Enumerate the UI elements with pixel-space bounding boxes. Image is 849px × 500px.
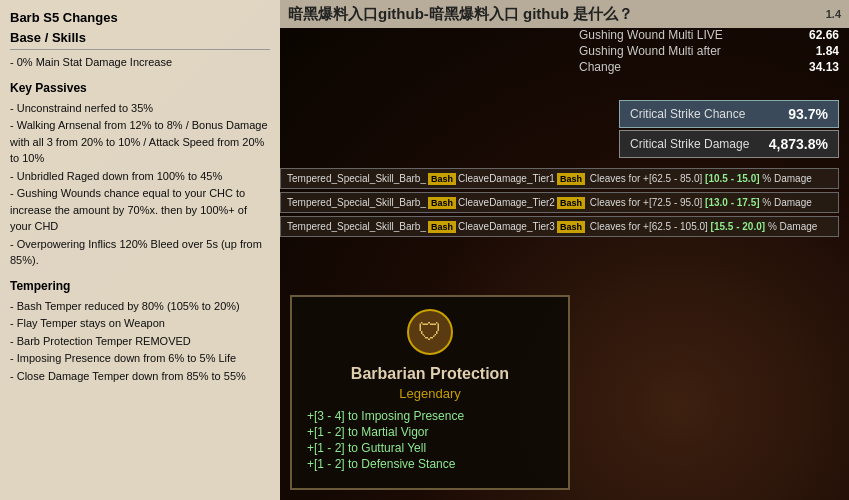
stat-label-0: Gushing Wound Multi LIVE xyxy=(579,28,723,42)
item-icon: 🛡 xyxy=(405,307,455,357)
crit-damage-value: 4,873.8% xyxy=(769,136,828,152)
temper-row-1: Tempered_Special_Skill_Barb_BashCleaveDa… xyxy=(280,192,839,213)
crit-damage-label: Critical Strike Damage xyxy=(630,137,749,151)
item-icon-svg: 🛡 xyxy=(406,308,454,356)
passive-3: - Unbridled Raged down from 100% to 45% xyxy=(10,168,270,185)
temper-row-2: Tempered_Special_Skill_Barb_BashCleaveDa… xyxy=(280,216,839,237)
stat-label-1: Gushing Wound Multi after xyxy=(579,44,721,58)
stat-row-2: Change 34.13 xyxy=(579,60,839,74)
crit-damage-box: Critical Strike Damage 4,873.8% xyxy=(619,130,839,158)
temper-2: - Flay Temper stays on Weapon xyxy=(10,315,270,332)
crit-chance-box: Critical Strike Chance 93.7% xyxy=(619,100,839,128)
temper2-badge2: Bash xyxy=(557,221,585,233)
item-stat-1-text: +[1 - 2] to Martial Vigor xyxy=(307,425,429,439)
temper-5: - Close Damage Temper down from 85% to 5… xyxy=(10,368,270,385)
stat-value-0: 62.66 xyxy=(809,28,839,42)
svg-text:🛡: 🛡 xyxy=(418,318,442,345)
stat-row-0: Gushing Wound Multi LIVE 62.66 xyxy=(579,28,839,42)
panel-title-text: Barb S5 Changes xyxy=(10,10,118,25)
stat-label-2: Change xyxy=(579,60,621,74)
temper2-suffix: Cleaves for +[62.5 - 105.0] xyxy=(590,221,708,232)
temper2-prefix: Tempered_Special_Skill_Barb_ xyxy=(287,221,426,232)
item-name: Barbarian Protection xyxy=(307,365,553,383)
version-badge: 1.4 xyxy=(826,8,841,20)
temper1-end: % Damage xyxy=(762,197,811,208)
top-banner: 暗黑爆料入口github-暗黑爆料入口 github 是什么？ 1.4 xyxy=(280,0,849,28)
temper0-badge2: Bash xyxy=(557,173,585,185)
temper-row-0: Tempered_Special_Skill_Barb_BashCleaveDa… xyxy=(280,168,839,189)
temper-3: - Barb Protection Temper REMOVED xyxy=(10,333,270,350)
temper-4: - Imposing Presence down from 6% to 5% L… xyxy=(10,350,270,367)
crit-stats-panel: Critical Strike Chance 93.7% Critical St… xyxy=(619,100,839,160)
temper2-highlight: [15.5 - 20.0] xyxy=(711,221,765,232)
item-stat-1: +[1 - 2] to Martial Vigor xyxy=(307,425,553,439)
temper1-highlight: [13.0 - 17.5] xyxy=(705,197,759,208)
temper0-end: % Damage xyxy=(762,173,811,184)
item-stat-2-text: +[1 - 2] to Guttural Yell xyxy=(307,441,426,455)
stat-value-2: 34.13 xyxy=(809,60,839,74)
base-item: - 0% Main Stat Damage Increase xyxy=(10,54,270,71)
item-stat-3: +[1 - 2] to Defensive Stance xyxy=(307,457,553,471)
temper0-mid: CleaveDamage_Tier1 xyxy=(458,173,555,184)
temper1-mid: CleaveDamage_Tier2 xyxy=(458,197,555,208)
watermark-text: 暗黑爆料入口github-暗黑爆料入口 github 是什么？ xyxy=(288,5,633,24)
temper1-badge2: Bash xyxy=(557,197,585,209)
temper1-badge1: Bash xyxy=(428,197,456,209)
temper0-badge1: Bash xyxy=(428,173,456,185)
stat-value-1: 1.84 xyxy=(816,44,839,58)
crit-chance-value: 93.7% xyxy=(788,106,828,122)
temper-rows-panel: Tempered_Special_Skill_Barb_BashCleaveDa… xyxy=(280,168,839,240)
item-stat-2: +[1 - 2] to Guttural Yell xyxy=(307,441,553,455)
temper0-suffix: Cleaves for +[62.5 - 85.0] xyxy=(590,173,703,184)
crit-chance-label: Critical Strike Chance xyxy=(630,107,745,121)
temper2-badge1: Bash xyxy=(428,221,456,233)
passive-5: - Overpowering Inflics 120% Bleed over 5… xyxy=(10,236,270,269)
panel-subtitle: Base / Skills xyxy=(10,30,86,45)
temper0-prefix: Tempered_Special_Skill_Barb_ xyxy=(287,173,426,184)
right-stats-panel: Gushing Wound Multi LIVE 62.66 Gushing W… xyxy=(579,28,839,76)
temper-1: - Bash Temper reduced by 80% (105% to 20… xyxy=(10,298,270,315)
passive-4: - Gushing Wounds chance equal to your CH… xyxy=(10,185,270,235)
temper1-prefix: Tempered_Special_Skill_Barb_ xyxy=(287,197,426,208)
temper2-mid: CleaveDamage_Tier3 xyxy=(458,221,555,232)
temper2-end: % Damage xyxy=(768,221,817,232)
item-stat-0: +[3 - 4] to Imposing Presence xyxy=(307,409,553,423)
item-stat-0-text: +[3 - 4] to Imposing Presence xyxy=(307,409,464,423)
panel-title: Barb S5 Changes Base / Skills xyxy=(10,8,270,50)
stat-row-1: Gushing Wound Multi after 1.84 xyxy=(579,44,839,58)
tempering-header: Tempering xyxy=(10,277,270,295)
left-panel: Barb S5 Changes Base / Skills - 0% Main … xyxy=(0,0,280,500)
key-passives-header: Key Passives xyxy=(10,79,270,97)
item-card: 🛡 Barbarian Protection Legendary +[3 - 4… xyxy=(290,295,570,490)
passive-1: - Unconstraind nerfed to 35% xyxy=(10,100,270,117)
temper0-highlight: [10.5 - 15.0] xyxy=(705,173,759,184)
item-rarity: Legendary xyxy=(307,386,553,401)
temper1-suffix: Cleaves for +[72.5 - 95.0] xyxy=(590,197,703,208)
passive-2: - Walking Arnsenal from 12% to 8% / Bonu… xyxy=(10,117,270,167)
item-stat-3-text: +[1 - 2] to Defensive Stance xyxy=(307,457,455,471)
